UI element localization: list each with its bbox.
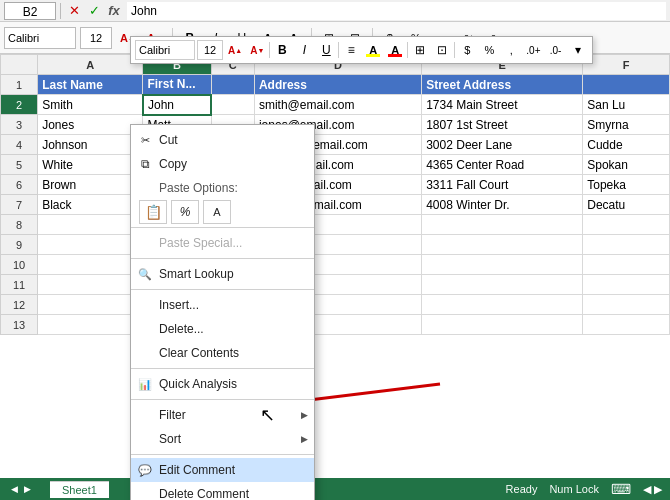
cell-c2[interactable]: [211, 95, 254, 115]
mt-fontcolor-btn[interactable]: A: [385, 40, 405, 60]
cell-f2[interactable]: San Lu: [583, 95, 670, 115]
formula-input[interactable]: [127, 2, 666, 20]
ctx-smart-lookup[interactable]: 🔍 Smart Lookup: [131, 262, 314, 286]
ctx-insert-label: Insert...: [159, 298, 199, 312]
cell-a1[interactable]: Last Name: [38, 75, 143, 95]
paste-icon-3[interactable]: A: [203, 200, 231, 224]
cell-c1[interactable]: [211, 75, 254, 95]
sheet-tab-1[interactable]: Sheet1: [50, 481, 109, 498]
ctx-edit-comment-label: Edit Comment: [159, 463, 235, 477]
ctx-cut-label: Cut: [159, 133, 178, 147]
cell-b1[interactable]: First N...: [143, 75, 211, 95]
font-size-input[interactable]: [80, 27, 112, 49]
col-header-a[interactable]: A: [38, 55, 143, 75]
confirm-formula-icon[interactable]: ✓: [85, 2, 103, 20]
mt-dec-dec-btn[interactable]: .0-: [546, 40, 566, 60]
cell-e6[interactable]: 3311 Fall Court: [422, 175, 583, 195]
mt-align-btn[interactable]: ≡: [341, 40, 361, 60]
cell-a7[interactable]: Black: [38, 195, 143, 215]
table-row: 13: [1, 315, 670, 335]
mt-bold-btn[interactable]: B: [272, 40, 292, 60]
ctx-clear-contents[interactable]: Clear Contents: [131, 341, 314, 365]
ctx-delete-label: Delete...: [159, 322, 204, 336]
mt-size-input[interactable]: [197, 40, 223, 60]
scroll-right-icon[interactable]: ▶: [21, 484, 34, 494]
formula-bar: B2 ✕ ✓ fx: [0, 0, 670, 22]
mt-dec-inc-btn[interactable]: .0+: [523, 40, 543, 60]
context-menu: ✂ Cut ⧉ Copy Paste Options: 📋 % A Paste …: [130, 124, 315, 500]
ctx-filter[interactable]: Filter ▶: [131, 403, 314, 427]
ctx-sort-label: Sort: [159, 432, 181, 446]
row-num-13: 13: [1, 315, 38, 335]
ctx-filter-label: Filter: [159, 408, 186, 422]
ctx-paste-special-label: Paste Special...: [159, 236, 242, 250]
cell-e4[interactable]: 3002 Deer Lane: [422, 135, 583, 155]
ctx-paste-options-text: Paste Options:: [159, 181, 238, 195]
spreadsheet-table: A B C D E F 1 Last Name First N... Addre…: [0, 54, 670, 335]
cell-f5[interactable]: Spokan: [583, 155, 670, 175]
mt-font-input[interactable]: [135, 40, 195, 60]
mt-merge-btn[interactable]: ⊡: [432, 40, 452, 60]
mt-italic-btn[interactable]: I: [294, 40, 314, 60]
fx-icon[interactable]: fx: [105, 2, 123, 20]
paste-icon-2[interactable]: %: [171, 200, 199, 224]
cell-e2[interactable]: 1734 Main Street: [422, 95, 583, 115]
cancel-formula-icon[interactable]: ✕: [65, 2, 83, 20]
mt-dollar-btn[interactable]: $: [457, 40, 477, 60]
ctx-edit-comment[interactable]: 💬 Edit Comment: [131, 458, 314, 482]
ctx-delete-comment-label: Delete Comment: [159, 487, 249, 500]
ctx-quick-analysis[interactable]: 📊 Quick Analysis: [131, 372, 314, 396]
ctx-copy[interactable]: ⧉ Copy: [131, 152, 314, 176]
table-row: 8: [1, 215, 670, 235]
cell-f6[interactable]: Topeka: [583, 175, 670, 195]
cell-a5[interactable]: White: [38, 155, 143, 175]
cell-e5[interactable]: 4365 Center Road: [422, 155, 583, 175]
mt-shrink-btn[interactable]: A▼: [247, 40, 267, 60]
col-header-f[interactable]: F: [583, 55, 670, 75]
caps-lock-icon: ⌨: [611, 481, 631, 497]
cell-d2[interactable]: smith@email.com: [254, 95, 421, 115]
mt-highlight-btn[interactable]: A: [363, 40, 383, 60]
ctx-delete-comment[interactable]: Delete Comment: [131, 482, 314, 500]
font-name-input[interactable]: [4, 27, 76, 49]
cell-f1[interactable]: [583, 75, 670, 95]
cell-a4[interactable]: Johnson: [38, 135, 143, 155]
table-row: 5 White Kathy white@email.com 4365 Cente…: [1, 155, 670, 175]
cut-icon: ✂: [137, 132, 153, 148]
ctx-sort-arrow: ▶: [301, 434, 308, 444]
row-num-12: 12: [1, 295, 38, 315]
cell-a3[interactable]: Jones: [38, 115, 143, 135]
scroll-left-icon[interactable]: ◀: [8, 484, 21, 494]
cell-e1[interactable]: Street Address: [422, 75, 583, 95]
cell-f3[interactable]: Smyrna: [583, 115, 670, 135]
row-num-8: 8: [1, 215, 38, 235]
ctx-sort[interactable]: Sort ▶: [131, 427, 314, 451]
row-num-3: 3: [1, 115, 38, 135]
mt-percent-btn[interactable]: %: [479, 40, 499, 60]
mt-borders-btn[interactable]: ⊞: [410, 40, 430, 60]
ctx-sep1: [131, 227, 314, 228]
cell-d1[interactable]: Address: [254, 75, 421, 95]
mt-more-btn[interactable]: ▾: [568, 40, 588, 60]
quick-analysis-icon: 📊: [137, 376, 153, 392]
ctx-sep2: [131, 258, 314, 259]
ctx-delete[interactable]: Delete...: [131, 317, 314, 341]
cell-e7[interactable]: 4008 Winter Dr.: [422, 195, 583, 215]
mt-underline-btn[interactable]: U: [316, 40, 336, 60]
cell-a2[interactable]: Smith: [38, 95, 143, 115]
cell-e3[interactable]: 1807 1st Street: [422, 115, 583, 135]
row-num-2: 2: [1, 95, 38, 115]
mt-comma-btn[interactable]: ,: [501, 40, 521, 60]
ctx-cut[interactable]: ✂ Cut: [131, 128, 314, 152]
paste-icon-1[interactable]: 📋: [139, 200, 167, 224]
cell-a6[interactable]: Brown: [38, 175, 143, 195]
cell-f7[interactable]: Decatu: [583, 195, 670, 215]
cell-ref-box[interactable]: B2: [4, 2, 56, 20]
ctx-sep3: [131, 289, 314, 290]
mt-grow-btn[interactable]: A▲: [225, 40, 245, 60]
cell-b2[interactable]: John: [143, 95, 211, 115]
sheet-tabs-area: Sheet1: [50, 481, 109, 498]
ctx-paste-icons-row[interactable]: 📋 % A: [131, 200, 314, 224]
cell-f4[interactable]: Cudde: [583, 135, 670, 155]
ctx-insert[interactable]: Insert...: [131, 293, 314, 317]
